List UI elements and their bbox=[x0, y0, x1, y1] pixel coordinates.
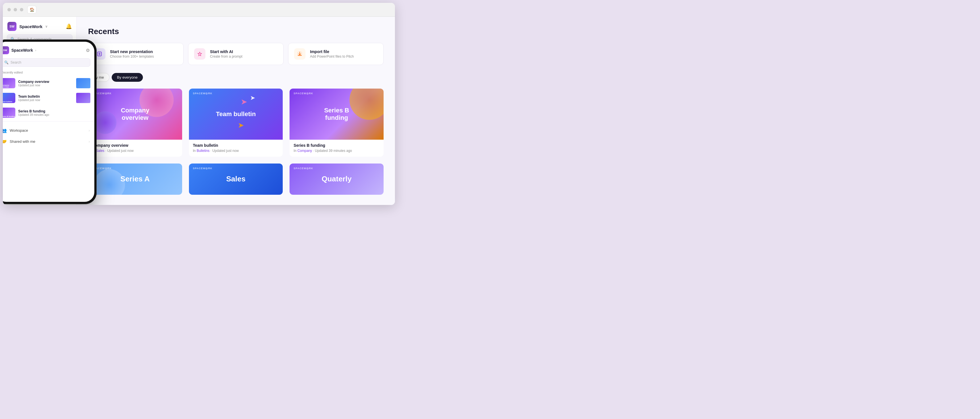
list-item-subtitle: Updated 39 minutes ago bbox=[18, 113, 91, 116]
list-item[interactable]: Company overview Company overview Update… bbox=[3, 76, 94, 90]
phone-search-input[interactable]: 🔍 Search bbox=[3, 58, 91, 67]
filter-tab-by-everyone[interactable]: By everyone bbox=[112, 73, 143, 82]
presentation-info: Team bulletin In Bulletins · Updated jus… bbox=[189, 140, 283, 157]
list-item-title: Company overview bbox=[18, 80, 73, 84]
phone-recent-list: Company overview Company overview Update… bbox=[3, 76, 94, 202]
presentation-thumbnail: SPACEW◎RK Series Bfunding bbox=[290, 89, 383, 140]
list-item-thumbnail: Team bulletin bbox=[3, 93, 15, 103]
list-item-info: Team bulletin Updated just now bbox=[18, 95, 73, 102]
list-item[interactable]: Team bulletin Team bulletin Updated just… bbox=[3, 90, 94, 105]
list-item-title: Series B funding bbox=[18, 109, 91, 113]
cursor-icon-white: ➤ bbox=[250, 94, 255, 102]
phone-gear-icon[interactable]: ⚙ bbox=[86, 48, 90, 53]
presentation-thumbnail: SPACEW◎RK Sales bbox=[189, 163, 283, 195]
presentation-card-team-bulletin[interactable]: SPACEW◎RK ➤ ➤ ➤ Team bulletin Team bulle… bbox=[189, 89, 283, 157]
action-cards-row: Start new presentation Choose from 100+ … bbox=[88, 43, 383, 65]
ai-icon bbox=[194, 48, 205, 60]
presentations-grid: SPACEW◎RK Companyoverview Company overvi… bbox=[88, 89, 383, 195]
browser-dot-red bbox=[7, 8, 11, 11]
presentation-meta: In Sales · Updated just now bbox=[92, 149, 178, 153]
workspace-label: Workspace bbox=[10, 128, 28, 133]
list-item-subtitle: Updated just now bbox=[18, 98, 73, 102]
phone-nav-shared[interactable]: 🤝 Shared with me › bbox=[3, 136, 94, 147]
action-card-ai[interactable]: Start with AI Create from a prompt bbox=[188, 43, 283, 65]
presentation-name: Company overview bbox=[92, 143, 178, 148]
presentation-card-company-overview[interactable]: SPACEW◎RK Companyoverview Company overvi… bbox=[88, 89, 182, 157]
ai-card-title: Start with AI bbox=[210, 49, 242, 54]
list-item-thumbnail: Series B funding bbox=[3, 108, 15, 118]
brand-initials: SW bbox=[10, 25, 14, 28]
main-content: Recents Start new presentation Choose f bbox=[77, 17, 395, 205]
import-icon bbox=[294, 48, 305, 60]
recently-edited-label: Recently edited bbox=[3, 70, 94, 76]
thumb-spacework-logo: SPACEW◎RK bbox=[193, 167, 213, 170]
cursor-icon-orange: ➤ bbox=[238, 121, 244, 130]
presentation-meta-link[interactable]: Bulletins bbox=[197, 149, 209, 153]
list-item-subtitle: Updated just now bbox=[18, 84, 73, 87]
page-title: Recents bbox=[88, 27, 383, 36]
new-presentation-subtitle: Choose from 100+ templates bbox=[110, 54, 154, 59]
thumb-title-label: Sales bbox=[223, 172, 248, 186]
sidebar-brand[interactable]: SW SpaceWork ∨ bbox=[7, 22, 48, 31]
thumb-label: Series B funding bbox=[3, 116, 15, 117]
presentation-card-series-a[interactable]: SPACEW◎RK Series A bbox=[88, 163, 182, 195]
phone-overlay: SW SpaceWork › ⚙ 🔍 Search bbox=[3, 40, 97, 204]
presentation-card-series-b[interactable]: SPACEW◎RK Series Bfunding Series B fundi… bbox=[290, 89, 383, 157]
thumb-spacework-logo: SPACEW◎RK bbox=[193, 92, 213, 95]
list-item-title: Team bulletin bbox=[18, 95, 73, 98]
presentation-meta-link[interactable]: Company bbox=[298, 149, 312, 153]
presentation-card-quarterly[interactable]: SPACEW◎RK Quaterly bbox=[290, 163, 383, 195]
browser-home-button[interactable]: 🏠 bbox=[27, 6, 37, 14]
phone-divider bbox=[3, 121, 94, 122]
phone-search-icon: 🔍 bbox=[4, 60, 8, 64]
import-card-text: Import file Add PowerPoint files to Pitc… bbox=[310, 49, 354, 59]
phone-frame: SW SpaceWork › ⚙ 🔍 Search bbox=[3, 40, 97, 204]
new-presentation-text: Start new presentation Choose from 100+ … bbox=[110, 49, 154, 59]
presentation-card-sales[interactable]: SPACEW◎RK Sales bbox=[189, 163, 283, 195]
phone-brand-chevron: › bbox=[35, 49, 36, 52]
presentation-meta-link[interactable]: Sales bbox=[96, 149, 104, 153]
new-presentation-title: Start new presentation bbox=[110, 49, 154, 54]
phone-brand-name: SpaceWork bbox=[11, 48, 33, 52]
app-container: SW SpaceWork ∨ 🔔 🔍 Search & commands bbox=[3, 17, 395, 205]
sidebar-header: SW SpaceWork ∨ 🔔 bbox=[3, 17, 76, 34]
import-card-subtitle: Add PowerPoint files to Pitch bbox=[310, 54, 354, 59]
thumb-label: Team bulletin bbox=[3, 101, 12, 103]
list-item-extra-thumb bbox=[76, 78, 91, 88]
phone-brand[interactable]: SW SpaceWork › bbox=[3, 46, 36, 54]
browser-window: 🏠 SW SpaceWork ∨ 🔔 🔍 Search & commands bbox=[3, 3, 395, 205]
cursor-icon-pink: ➤ bbox=[241, 97, 247, 106]
phone-search-placeholder: Search bbox=[11, 60, 21, 64]
presentation-meta: In Bulletins · Updated just now bbox=[193, 149, 279, 153]
import-card-title: Import file bbox=[310, 49, 354, 54]
workspace-icon: 👥 bbox=[3, 128, 7, 133]
phone-screen: SW SpaceWork › ⚙ 🔍 Search bbox=[3, 42, 94, 202]
thumb-title-label: Series Bfunding bbox=[321, 104, 352, 125]
phone-nav: 👥 Workspace › 🤝 Shared with me › bbox=[3, 123, 94, 148]
workspace-chevron: › bbox=[89, 129, 90, 133]
thumb-title-label: Series A bbox=[118, 172, 153, 186]
action-card-new[interactable]: Start new presentation Choose from 100+ … bbox=[88, 43, 183, 65]
home-icon: 🏠 bbox=[30, 7, 34, 12]
brand-logo: SW bbox=[7, 22, 16, 31]
thumb-orb-purple bbox=[94, 111, 116, 134]
bell-icon[interactable]: 🔔 bbox=[66, 23, 72, 30]
presentation-name: Team bulletin bbox=[193, 143, 279, 148]
thumb-orb-gold bbox=[350, 89, 383, 120]
ai-card-text: Start with AI Create from a prompt bbox=[210, 49, 242, 59]
list-item-extra-thumb bbox=[76, 93, 91, 103]
list-item-info: Company overview Updated just now bbox=[18, 80, 73, 87]
presentation-thumbnail: SPACEW◎RK ➤ ➤ ➤ Team bulletin bbox=[189, 89, 283, 140]
presentation-info: Company overview In Sales · Updated just… bbox=[88, 140, 182, 157]
browser-dot-yellow bbox=[14, 8, 17, 11]
phone-nav-workspace[interactable]: 👥 Workspace › bbox=[3, 125, 94, 136]
phone-header: SW SpaceWork › ⚙ bbox=[3, 42, 94, 57]
action-card-import[interactable]: Import file Add PowerPoint files to Pitc… bbox=[288, 43, 383, 65]
presentation-name: Series B funding bbox=[294, 143, 380, 148]
list-item-info: Series B funding Updated 39 minutes ago bbox=[18, 109, 91, 116]
thumb-spacework-logo: SPACEW◎RK bbox=[294, 167, 313, 170]
phone-inner: SW SpaceWork › ⚙ 🔍 Search bbox=[3, 42, 94, 202]
presentation-thumbnail: SPACEW◎RK Quaterly bbox=[290, 163, 383, 195]
list-item[interactable]: Series B funding Series B funding Update… bbox=[3, 105, 94, 120]
phone-brand-initials: SW bbox=[3, 49, 7, 52]
